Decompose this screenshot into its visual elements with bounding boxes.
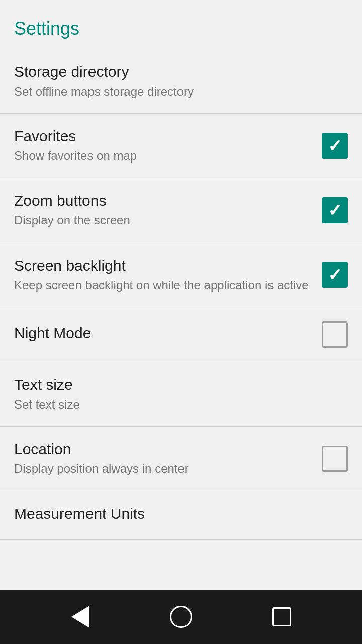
setting-item-measurement-units[interactable]: Measurement Units (0, 491, 362, 540)
setting-item-location[interactable]: Location Display position always in cent… (0, 427, 362, 491)
setting-title-favorites: Favorites (14, 128, 312, 145)
setting-text-favorites: Favorites Show favorites on map (14, 128, 322, 164)
setting-item-zoom-buttons[interactable]: Zoom buttons Display on the screen ✓ (0, 178, 362, 243)
checkbox-location[interactable] (322, 446, 348, 472)
setting-subtitle-favorites: Show favorites on map (14, 148, 312, 164)
setting-text-text-size: Text size Set text size (14, 376, 322, 412)
setting-text-location: Location Display position always in cent… (14, 441, 322, 476)
setting-title-screen-backlight: Screen backlight (14, 257, 312, 274)
setting-item-favorites[interactable]: Favorites Show favorites on map ✓ (0, 114, 362, 178)
setting-title-storage-directory: Storage directory (14, 63, 312, 80)
checkbox-zoom-buttons[interactable]: ✓ (322, 197, 348, 223)
setting-item-storage-directory[interactable]: Storage directory Set offline maps stora… (0, 49, 362, 114)
setting-subtitle-location: Display position always in center (14, 461, 312, 476)
setting-text-measurement-units: Measurement Units (14, 505, 322, 525)
setting-title-night-mode: Night Mode (14, 325, 312, 342)
checkmark-zoom-buttons: ✓ (328, 202, 342, 219)
page-title: Settings (0, 0, 362, 49)
checkmark-favorites: ✓ (328, 137, 342, 154)
home-button[interactable] (166, 602, 196, 632)
setting-title-zoom-buttons: Zoom buttons (14, 192, 312, 209)
setting-text-storage-directory: Storage directory Set offline maps stora… (14, 63, 322, 99)
checkbox-favorites[interactable]: ✓ (322, 133, 348, 159)
checkmark-screen-backlight: ✓ (328, 266, 342, 283)
setting-item-screen-backlight[interactable]: Screen backlight Keep screen backlight o… (0, 243, 362, 307)
recents-button[interactable] (266, 602, 297, 632)
setting-title-location: Location (14, 441, 312, 458)
back-button[interactable] (65, 602, 96, 632)
settings-list: Storage directory Set offline maps stora… (0, 49, 362, 590)
setting-subtitle-text-size: Set text size (14, 396, 312, 412)
setting-title-text-size: Text size (14, 376, 312, 393)
setting-item-night-mode[interactable]: Night Mode (0, 307, 362, 362)
setting-subtitle-screen-backlight: Keep screen backlight on while the appli… (14, 277, 312, 293)
setting-title-measurement-units: Measurement Units (14, 505, 312, 522)
setting-subtitle-zoom-buttons: Display on the screen (14, 212, 312, 228)
setting-text-night-mode: Night Mode (14, 325, 322, 345)
setting-item-text-size[interactable]: Text size Set text size (0, 362, 362, 427)
setting-subtitle-storage-directory: Set offline maps storage directory (14, 84, 312, 99)
navigation-bar (0, 590, 362, 644)
setting-text-screen-backlight: Screen backlight Keep screen backlight o… (14, 257, 322, 293)
checkbox-night-mode[interactable] (322, 321, 348, 348)
checkbox-screen-backlight[interactable]: ✓ (322, 262, 348, 288)
setting-text-zoom-buttons: Zoom buttons Display on the screen (14, 192, 322, 228)
